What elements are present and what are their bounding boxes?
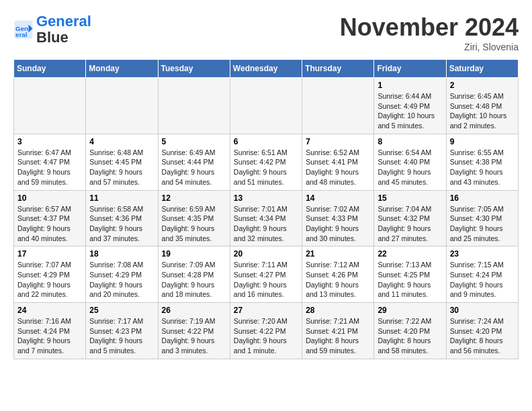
weekday-header-row: SundayMondayTuesdayWednesdayThursdayFrid…	[14, 60, 519, 78]
day-number: 13	[234, 193, 298, 203]
day-info: Sunrise: 7:17 AM Sunset: 4:23 PM Dayligh…	[89, 316, 154, 356]
calendar-day-cell: 19Sunrise: 7:09 AM Sunset: 4:28 PM Dayli…	[158, 246, 230, 303]
day-info: Sunrise: 7:15 AM Sunset: 4:24 PM Dayligh…	[450, 260, 515, 300]
day-number: 26	[162, 306, 226, 315]
logo: Gen eral GeneralBlue	[13, 13, 91, 46]
day-info: Sunrise: 7:19 AM Sunset: 4:22 PM Dayligh…	[162, 316, 226, 356]
day-number: 19	[162, 249, 226, 259]
calendar-day-cell: 18Sunrise: 7:08 AM Sunset: 4:29 PM Dayli…	[86, 246, 158, 303]
day-number: 2	[450, 81, 515, 90]
day-number: 24	[17, 306, 82, 315]
day-number: 11	[89, 193, 154, 203]
month-title: November 2024	[340, 13, 519, 42]
calendar-day-cell: 30Sunrise: 7:24 AM Sunset: 4:20 PM Dayli…	[446, 303, 518, 359]
calendar-day-cell: 11Sunrise: 6:58 AM Sunset: 4:36 PM Dayli…	[86, 190, 158, 246]
day-info: Sunrise: 6:44 AM Sunset: 4:49 PM Dayligh…	[378, 91, 442, 131]
day-number: 5	[162, 137, 226, 146]
day-info: Sunrise: 7:05 AM Sunset: 4:30 PM Dayligh…	[450, 204, 515, 244]
day-number: 18	[89, 249, 154, 259]
day-number: 30	[450, 306, 515, 315]
calendar-day-cell: 4Sunrise: 6:48 AM Sunset: 4:45 PM Daylig…	[86, 134, 158, 190]
day-number: 14	[306, 193, 370, 203]
calendar-day-cell: 16Sunrise: 7:05 AM Sunset: 4:30 PM Dayli…	[446, 190, 518, 246]
day-info: Sunrise: 7:24 AM Sunset: 4:20 PM Dayligh…	[450, 316, 515, 356]
day-info: Sunrise: 6:55 AM Sunset: 4:38 PM Dayligh…	[450, 148, 515, 187]
day-number: 23	[450, 249, 515, 259]
location: Ziri, Slovenia	[340, 42, 519, 52]
calendar-day-cell: 15Sunrise: 7:04 AM Sunset: 4:32 PM Dayli…	[374, 190, 446, 246]
day-number: 17	[17, 249, 82, 259]
calendar-day-cell	[14, 78, 86, 134]
day-number: 6	[234, 137, 298, 146]
day-info: Sunrise: 7:01 AM Sunset: 4:34 PM Dayligh…	[234, 204, 298, 244]
logo-icon: Gen eral	[13, 19, 34, 40]
calendar-day-cell: 13Sunrise: 7:01 AM Sunset: 4:34 PM Dayli…	[230, 190, 302, 246]
calendar-day-cell: 21Sunrise: 7:12 AM Sunset: 4:26 PM Dayli…	[302, 246, 374, 303]
day-number: 25	[89, 306, 154, 315]
day-number: 20	[234, 249, 298, 259]
day-info: Sunrise: 6:54 AM Sunset: 4:40 PM Dayligh…	[378, 148, 442, 187]
day-info: Sunrise: 7:04 AM Sunset: 4:32 PM Dayligh…	[378, 204, 442, 244]
day-info: Sunrise: 6:59 AM Sunset: 4:35 PM Dayligh…	[162, 204, 226, 244]
page-header: Gen eral GeneralBlue November 2024 Ziri,…	[13, 13, 519, 52]
day-number: 28	[306, 306, 370, 315]
weekday-header-cell: Thursday	[302, 60, 374, 78]
calendar-day-cell: 27Sunrise: 7:20 AM Sunset: 4:22 PM Dayli…	[230, 303, 302, 359]
day-info: Sunrise: 6:52 AM Sunset: 4:41 PM Dayligh…	[306, 148, 370, 187]
calendar-week-row: 24Sunrise: 7:16 AM Sunset: 4:24 PM Dayli…	[14, 303, 519, 359]
calendar-day-cell: 2Sunrise: 6:45 AM Sunset: 4:48 PM Daylig…	[446, 78, 518, 134]
calendar-day-cell: 1Sunrise: 6:44 AM Sunset: 4:49 PM Daylig…	[374, 78, 446, 134]
calendar-day-cell: 17Sunrise: 7:07 AM Sunset: 4:29 PM Dayli…	[14, 246, 86, 303]
logo-text: GeneralBlue	[36, 13, 91, 46]
calendar-day-cell: 28Sunrise: 7:21 AM Sunset: 4:21 PM Dayli…	[302, 303, 374, 359]
calendar-day-cell: 5Sunrise: 6:49 AM Sunset: 4:44 PM Daylig…	[158, 134, 230, 190]
day-number: 29	[378, 306, 442, 315]
day-info: Sunrise: 7:21 AM Sunset: 4:21 PM Dayligh…	[306, 316, 370, 356]
weekday-header-cell: Tuesday	[158, 60, 230, 78]
day-info: Sunrise: 6:49 AM Sunset: 4:44 PM Dayligh…	[162, 148, 226, 187]
calendar-day-cell: 20Sunrise: 7:11 AM Sunset: 4:27 PM Dayli…	[230, 246, 302, 303]
day-number: 27	[234, 306, 298, 315]
day-number: 9	[450, 137, 515, 146]
calendar-day-cell: 14Sunrise: 7:02 AM Sunset: 4:33 PM Dayli…	[302, 190, 374, 246]
day-info: Sunrise: 6:51 AM Sunset: 4:42 PM Dayligh…	[234, 148, 298, 187]
day-number: 1	[378, 81, 442, 90]
day-info: Sunrise: 6:45 AM Sunset: 4:48 PM Dayligh…	[450, 91, 515, 131]
day-number: 8	[378, 137, 442, 146]
calendar-day-cell: 9Sunrise: 6:55 AM Sunset: 4:38 PM Daylig…	[446, 134, 518, 190]
day-info: Sunrise: 6:57 AM Sunset: 4:37 PM Dayligh…	[17, 204, 82, 244]
day-number: 15	[378, 193, 442, 203]
calendar-week-row: 3Sunrise: 6:47 AM Sunset: 4:47 PM Daylig…	[14, 134, 519, 190]
day-info: Sunrise: 7:11 AM Sunset: 4:27 PM Dayligh…	[234, 260, 298, 300]
calendar-day-cell: 8Sunrise: 6:54 AM Sunset: 4:40 PM Daylig…	[374, 134, 446, 190]
weekday-header-cell: Friday	[374, 60, 446, 78]
calendar-day-cell: 3Sunrise: 6:47 AM Sunset: 4:47 PM Daylig…	[14, 134, 86, 190]
day-number: 16	[450, 193, 515, 203]
day-info: Sunrise: 7:20 AM Sunset: 4:22 PM Dayligh…	[234, 316, 298, 356]
day-info: Sunrise: 6:58 AM Sunset: 4:36 PM Dayligh…	[89, 204, 154, 244]
day-info: Sunrise: 7:12 AM Sunset: 4:26 PM Dayligh…	[306, 260, 370, 300]
day-info: Sunrise: 7:22 AM Sunset: 4:20 PM Dayligh…	[378, 316, 442, 356]
day-number: 3	[17, 137, 82, 146]
day-number: 22	[378, 249, 442, 259]
calendar-day-cell: 12Sunrise: 6:59 AM Sunset: 4:35 PM Dayli…	[158, 190, 230, 246]
day-info: Sunrise: 7:08 AM Sunset: 4:29 PM Dayligh…	[89, 260, 154, 300]
weekday-header-cell: Wednesday	[230, 60, 302, 78]
calendar-day-cell	[86, 78, 158, 134]
day-number: 4	[89, 137, 154, 146]
calendar-day-cell: 29Sunrise: 7:22 AM Sunset: 4:20 PM Dayli…	[374, 303, 446, 359]
day-number: 12	[162, 193, 226, 203]
day-info: Sunrise: 7:07 AM Sunset: 4:29 PM Dayligh…	[17, 260, 82, 300]
day-info: Sunrise: 7:02 AM Sunset: 4:33 PM Dayligh…	[306, 204, 370, 244]
calendar-day-cell: 23Sunrise: 7:15 AM Sunset: 4:24 PM Dayli…	[446, 246, 518, 303]
calendar-day-cell: 25Sunrise: 7:17 AM Sunset: 4:23 PM Dayli…	[86, 303, 158, 359]
calendar-day-cell: 7Sunrise: 6:52 AM Sunset: 4:41 PM Daylig…	[302, 134, 374, 190]
svg-text:eral: eral	[15, 31, 28, 38]
weekday-header-cell: Sunday	[14, 60, 86, 78]
calendar-day-cell	[302, 78, 374, 134]
day-info: Sunrise: 6:48 AM Sunset: 4:45 PM Dayligh…	[89, 148, 154, 187]
calendar-week-row: 1Sunrise: 6:44 AM Sunset: 4:49 PM Daylig…	[14, 78, 519, 134]
weekday-header-cell: Monday	[86, 60, 158, 78]
weekday-header-cell: Saturday	[446, 60, 518, 78]
day-info: Sunrise: 7:09 AM Sunset: 4:28 PM Dayligh…	[162, 260, 226, 300]
